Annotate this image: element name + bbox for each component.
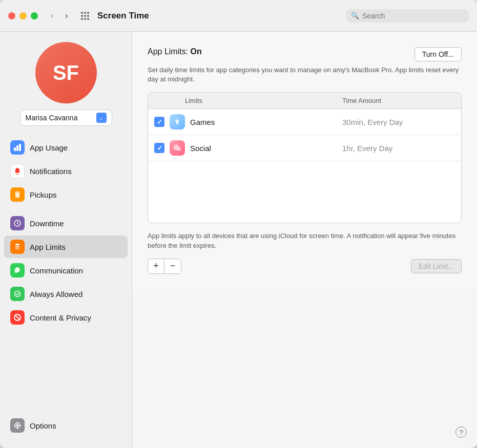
svg-rect-18 (17, 428, 18, 430)
sidebar-bottom: Options (0, 410, 132, 448)
forward-arrow[interactable]: › (60, 10, 73, 22)
detail-pane: App Limits: On Turn Off... Set daily tim… (132, 32, 477, 289)
always-allowed-icon (10, 287, 25, 301)
svg-point-24 (175, 146, 178, 149)
footer-note: App limits apply to all devices that are… (148, 231, 462, 250)
avatar-section: SF Marisa Cavanna ⌄ (0, 42, 132, 136)
social-app-name: Social (190, 144, 342, 153)
turn-off-button[interactable]: Turn Off... (414, 47, 462, 61)
remove-limit-button[interactable]: − (164, 259, 181, 273)
communication-icon (10, 263, 25, 278)
table-header: Limits Time Amount (148, 93, 461, 109)
sidebar-item-always-allowed[interactable]: Always Allowed (4, 283, 128, 305)
svg-rect-2 (19, 144, 21, 151)
empty-row (148, 161, 461, 223)
svg-rect-1 (16, 145, 18, 151)
sidebar: SF Marisa Cavanna ⌄ (0, 32, 132, 448)
svg-rect-0 (14, 147, 16, 151)
traffic-lights (8, 12, 38, 19)
sidebar-item-label: Always Allowed (30, 290, 82, 298)
search-icon: 🔍 (351, 12, 359, 19)
help-button[interactable]: ? (455, 426, 467, 438)
sidebar-item-label: Options (30, 421, 56, 430)
table-row: ✓ Social 1hr, Every Day (148, 135, 461, 161)
sidebar-item-pickups[interactable]: Pickups (4, 183, 128, 206)
avatar: SF (35, 42, 97, 103)
add-limit-button[interactable]: + (148, 259, 164, 273)
search-box[interactable]: 🔍 (346, 9, 469, 23)
col-limits-header: Limits (154, 97, 342, 104)
svg-rect-4 (16, 193, 19, 193)
sidebar-item-label: Notifications (30, 167, 72, 176)
svg-point-15 (16, 424, 19, 427)
sidebar-item-content-privacy[interactable]: Content & Privacy (4, 306, 128, 329)
app-limits-title: App Limits: On (148, 47, 202, 56)
user-name: Marisa Cavanna (26, 114, 78, 122)
social-time: 1hr, Every Day (342, 144, 455, 153)
app-limits-status: On (191, 47, 202, 56)
svg-line-14 (15, 315, 20, 320)
maximize-button[interactable] (31, 12, 38, 19)
sidebar-item-app-limits[interactable]: App Limits (4, 236, 128, 258)
app-limits-header: App Limits: On Turn Off... (148, 47, 462, 61)
detail-wrapper: App Limits: On Turn Off... Set daily tim… (132, 32, 477, 448)
svg-point-11 (14, 270, 18, 273)
svg-point-5 (17, 196, 18, 197)
games-time: 30min, Every Day (342, 118, 455, 126)
svg-rect-9 (16, 248, 18, 249)
app-limits-icon (10, 240, 25, 254)
svg-rect-19 (14, 425, 15, 426)
sidebar-item-communication[interactable]: Communication (4, 259, 128, 282)
titlebar: ‹ › Screen Time 🔍 (0, 0, 477, 32)
minimize-button[interactable] (19, 12, 27, 19)
notifications-icon (10, 164, 25, 178)
svg-rect-20 (20, 425, 22, 426)
social-checkbox[interactable]: ✓ (154, 143, 164, 153)
svg-rect-8 (16, 246, 19, 247)
nav-arrows: ‹ › (46, 10, 73, 22)
pickups-icon (10, 187, 25, 202)
app-limits-description: Set daily time limits for app categories… (148, 66, 462, 84)
social-app-icon (170, 140, 185, 156)
sidebar-item-label: App Limits (30, 243, 66, 251)
games-app-icon (170, 114, 185, 130)
search-input[interactable] (362, 12, 464, 20)
window-title: Screen Time (97, 11, 346, 21)
table-row: ✓ Games 30min, Every Day (148, 109, 461, 135)
svg-point-12 (15, 291, 20, 297)
sidebar-item-label: Downtime (30, 219, 64, 228)
sidebar-item-label: Communication (30, 266, 83, 275)
content-privacy-icon (10, 310, 25, 325)
chevron-down-icon: ⌄ (96, 113, 107, 123)
options-icon (10, 418, 25, 433)
sidebar-item-options[interactable]: Options (4, 414, 128, 437)
close-button[interactable] (8, 12, 15, 19)
svg-point-21 (178, 119, 180, 121)
add-remove-buttons: + − (148, 259, 181, 274)
games-app-name: Games (190, 118, 342, 126)
app-usage-icon (10, 140, 25, 155)
limits-table: Limits Time Amount ✓ (148, 92, 462, 223)
edit-limit-button[interactable]: Edit Limit... (411, 259, 462, 273)
sidebar-item-label: Content & Privacy (30, 313, 91, 322)
user-dropdown[interactable]: Marisa Cavanna ⌄ (20, 110, 112, 126)
sidebar-item-label: App Usage (30, 143, 68, 152)
games-checkbox[interactable]: ✓ (154, 117, 164, 127)
sidebar-nav: App Usage Notifications (0, 136, 132, 410)
sidebar-item-label: Pickups (30, 190, 57, 199)
main-content: SF Marisa Cavanna ⌄ (0, 32, 477, 448)
sidebar-item-downtime[interactable]: Downtime (4, 212, 128, 234)
col-time-header: Time Amount (342, 97, 455, 104)
back-arrow[interactable]: ‹ (46, 10, 58, 22)
downtime-icon (10, 216, 25, 230)
svg-rect-17 (17, 422, 18, 423)
sidebar-item-app-usage[interactable]: App Usage (4, 136, 128, 159)
grid-icon[interactable] (79, 10, 91, 22)
action-bar: + − Edit Limit... (148, 259, 462, 274)
sidebar-item-notifications[interactable]: Notifications (4, 160, 128, 182)
